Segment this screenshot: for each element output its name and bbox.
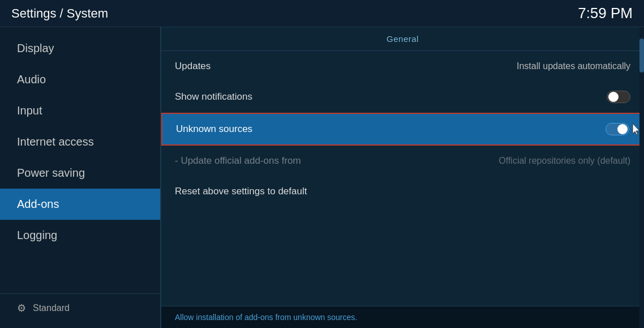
- clock: 7:59 PM: [578, 5, 633, 22]
- toggle-unknown-sources[interactable]: [606, 123, 629, 135]
- sidebar-item-audio[interactable]: Audio: [0, 64, 160, 95]
- footer-text: Allow installation of add-ons from unkno…: [175, 313, 357, 322]
- sidebar: Display Audio Input Internet access Powe…: [0, 27, 161, 328]
- sidebar-item-add-ons[interactable]: Add-ons: [0, 189, 160, 220]
- footer-bar: Allow installation of add-ons from unkno…: [161, 306, 644, 328]
- setting-value-updates: Install updates automatically: [517, 61, 630, 71]
- main-layout: Display Audio Input Internet access Powe…: [0, 27, 644, 328]
- setting-value-update-addons: Official repositories only (default): [499, 156, 630, 166]
- content-area: General Updates Install updates automati…: [161, 27, 644, 328]
- section-header: General: [161, 27, 644, 51]
- sidebar-item-input[interactable]: Input: [0, 95, 160, 126]
- setting-row-show-notifications[interactable]: Show notifications: [161, 82, 644, 113]
- header: Settings / System 7:59 PM: [0, 0, 644, 27]
- setting-label-reset: Reset above settings to default: [175, 186, 307, 197]
- sidebar-item-internet-access[interactable]: Internet access: [0, 126, 160, 157]
- settings-list: Updates Install updates automatically Sh…: [161, 51, 644, 306]
- toggle-show-notifications[interactable]: [607, 91, 630, 103]
- scrollbar-thumb[interactable]: [639, 39, 644, 73]
- setting-row-unknown-sources[interactable]: Unknown sources: [161, 113, 644, 146]
- gear-icon: ⚙: [17, 302, 26, 314]
- page-title: Settings / System: [11, 6, 108, 21]
- setting-label-updates: Updates: [175, 61, 211, 72]
- setting-label-show-notifications: Show notifications: [175, 91, 252, 103]
- sidebar-item-power-saving[interactable]: Power saving: [0, 157, 160, 189]
- setting-row-reset[interactable]: Reset above settings to default: [161, 176, 644, 207]
- setting-label-update-addons: - Update official add-ons from: [175, 155, 301, 167]
- toggle-knob-show-notifications: [608, 92, 619, 102]
- toggle-knob-unknown-sources: [617, 124, 628, 134]
- sidebar-item-display[interactable]: Display: [0, 33, 160, 64]
- setting-row-updates[interactable]: Updates Install updates automatically: [161, 51, 644, 82]
- profile-label: Standard: [33, 303, 70, 313]
- sidebar-footer: ⚙ Standard: [0, 293, 160, 322]
- sidebar-item-logging[interactable]: Logging: [0, 220, 160, 251]
- setting-label-unknown-sources: Unknown sources: [176, 123, 252, 135]
- scrollbar-track[interactable]: [639, 27, 644, 328]
- setting-row-update-addons: - Update official add-ons from Official …: [161, 146, 644, 176]
